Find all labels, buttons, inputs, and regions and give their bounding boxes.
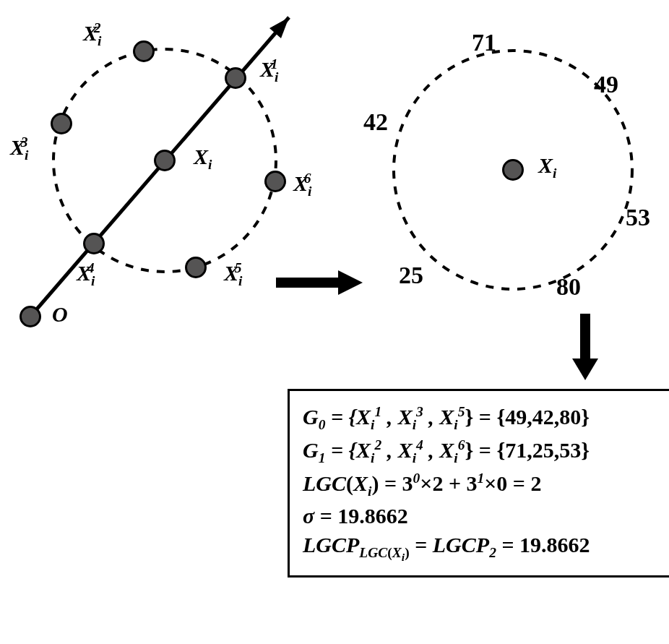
neighbor-point-5 — [185, 257, 207, 278]
value-53: 53 — [626, 204, 650, 231]
neighbor-point-6 — [264, 171, 286, 192]
neighbor-label-2: Xi2 — [83, 20, 108, 49]
neighbor-point-4 — [83, 233, 105, 254]
eq-g1: G1 = {Xi2 , Xi4 , Xi6} = {71,25,53} — [303, 437, 658, 466]
eq-lgc: LGC(Xi) = 30×2 + 31×0 = 2 — [303, 471, 658, 499]
neighbor-point-1 — [225, 67, 246, 89]
center-point-right — [502, 159, 524, 181]
svg-marker-7 — [572, 359, 598, 380]
eq-lgcp: LGCPLGC(Xi) = LGCP2 = 19.8662 — [303, 533, 658, 564]
neighbor-label-5: Xi5 — [224, 260, 249, 289]
value-71: 71 — [472, 29, 496, 56]
eq-sigma: σ = 19.8662 — [303, 504, 658, 528]
neighbor-label-4: Xi4 — [77, 260, 102, 289]
equation-box: G0 = {Xi1 , Xi3 , Xi5} = {49,42,80} G1 =… — [288, 389, 669, 578]
center-label-right: Xi — [538, 153, 556, 181]
value-49: 49 — [594, 71, 618, 98]
value-80: 80 — [556, 273, 581, 301]
value-42: 42 — [363, 108, 388, 136]
eq-g0: G0 = {Xi1 , Xi3 , Xi5} = {49,42,80} — [303, 404, 658, 433]
neighbor-point-3 — [51, 113, 72, 134]
value-25: 25 — [399, 262, 423, 289]
origin-label: O — [52, 302, 68, 327]
neighbor-label-3: Xi3 — [10, 134, 35, 163]
neighbor-label-6: Xi6 — [293, 171, 319, 199]
center-label-left: Xi — [194, 145, 212, 173]
arrow-down-icon — [564, 311, 607, 383]
center-point-left — [154, 150, 176, 171]
neighbor-label-1: Xi1 — [260, 56, 285, 85]
neighbor-point-2 — [133, 40, 155, 62]
diagram-canvas: O Xi Xi1 Xi2 Xi3 Xi4 Xi5 Xi6 Xi 71 49 42… — [0, 0, 669, 644]
origin-point — [20, 306, 41, 327]
